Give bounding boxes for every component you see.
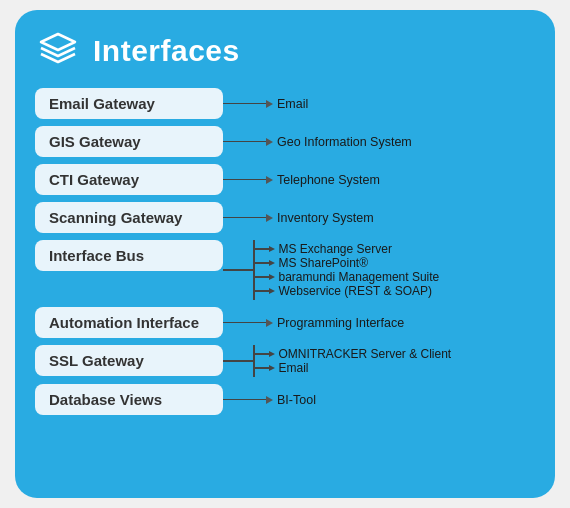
automation-interface-connector: Programming Interface [223,313,535,333]
scanning-gateway-box: Scanning Gateway [35,202,223,233]
email-gateway-label: Email [277,94,308,114]
cti-gateway-connector: Telephone System [223,170,535,190]
ssl-gateway-row: SSL GatewayOMNITRACKER Server & ClientEm… [35,345,535,377]
interface-bus-box: Interface Bus [35,240,223,271]
ssl-gateway-connector: OMNITRACKER Server & ClientEmail [223,345,535,377]
ssl-gateway-box: SSL Gateway [35,345,223,376]
database-views-row: Database ViewsBI-Tool [35,384,535,415]
interface-bus-label-0: MS Exchange Server [279,242,392,256]
interface-bus-row: Interface BusMS Exchange ServerMS ShareP… [35,240,535,300]
ssl-gateway-label-1: Email [279,361,309,375]
scanning-gateway-label: Inventory System [277,208,374,228]
automation-interface-row: Automation InterfaceProgramming Interfac… [35,307,535,338]
cti-gateway-label: Telephone System [277,170,380,190]
gis-gateway-label: Geo Information System [277,132,412,152]
database-views-box: Database Views [35,384,223,415]
interfaces-list: Email GatewayEmailGIS GatewayGeo Informa… [35,88,535,415]
interfaces-card: Interfaces Email GatewayEmailGIS Gateway… [15,10,555,498]
layers-icon [35,28,81,74]
card-header: Interfaces [35,28,535,74]
gis-gateway-row: GIS GatewayGeo Information System [35,126,535,157]
database-views-label: BI-Tool [277,390,316,410]
automation-interface-label: Programming Interface [277,313,404,333]
email-gateway-row: Email GatewayEmail [35,88,535,119]
database-views-connector: BI-Tool [223,390,535,410]
gis-gateway-connector: Geo Information System [223,132,535,152]
scanning-gateway-row: Scanning GatewayInventory System [35,202,535,233]
ssl-gateway-label-0: OMNITRACKER Server & Client [279,347,452,361]
gis-gateway-box: GIS Gateway [35,126,223,157]
cti-gateway-box: CTI Gateway [35,164,223,195]
svg-marker-0 [41,34,75,50]
interface-bus-label-3: Webservice (REST & SOAP) [279,284,433,298]
interface-bus-connector: MS Exchange ServerMS SharePoint®baramund… [223,240,535,300]
interface-bus-label-2: baramundi Management Suite [279,270,440,284]
automation-interface-box: Automation Interface [35,307,223,338]
cti-gateway-row: CTI GatewayTelephone System [35,164,535,195]
scanning-gateway-connector: Inventory System [223,208,535,228]
page-title: Interfaces [93,34,240,68]
interface-bus-label-1: MS SharePoint® [279,256,369,270]
email-gateway-box: Email Gateway [35,88,223,119]
email-gateway-connector: Email [223,94,535,114]
